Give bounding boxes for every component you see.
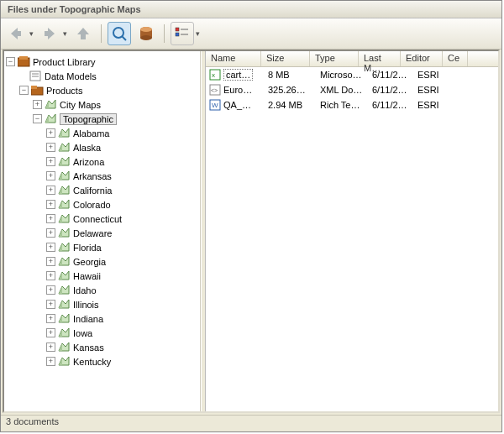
expand-icon[interactable]: +: [46, 200, 55, 209]
svg-point-5: [140, 27, 152, 32]
expand-icon[interactable]: +: [46, 243, 55, 252]
expand-icon[interactable]: +: [46, 342, 55, 352]
file-size: 2.94 MB: [268, 100, 320, 110]
expand-icon[interactable]: +: [46, 357, 55, 366]
expand-icon[interactable]: +: [46, 328, 55, 337]
view-mode-button[interactable]: ▾: [171, 22, 201, 45]
file-type: XML Do…: [320, 85, 372, 95]
tree-node-label: Arkansas: [73, 171, 112, 181]
svg-line-1: [122, 36, 126, 40]
file-last-modified: 6/11/2…: [372, 85, 417, 95]
tree-node[interactable]: −Product Library: [6, 55, 198, 69]
tree-node-label: Indiana: [73, 314, 103, 324]
collapse-icon[interactable]: −: [19, 86, 29, 95]
tree-node[interactable]: +Alaska: [6, 140, 198, 154]
file-editor: ESRI: [417, 70, 463, 80]
tree-node-label: Illinois: [73, 300, 99, 310]
tree-node-label: Products: [46, 86, 82, 96]
tree-node[interactable]: +City Maps: [6, 97, 198, 112]
collapse-icon[interactable]: −: [33, 114, 42, 123]
tree-node-label: Connecticut: [73, 214, 122, 224]
forward-dropdown-icon[interactable]: ▾: [61, 29, 68, 38]
expand-icon[interactable]: +: [46, 257, 55, 266]
search-button[interactable]: [108, 22, 131, 45]
tree-node[interactable]: +Colorado: [6, 197, 198, 212]
tree-node[interactable]: +California: [6, 183, 198, 197]
svg-text:<>: <>: [211, 87, 218, 93]
search-icon: [111, 25, 128, 42]
column-header[interactable]: Type: [310, 51, 359, 66]
up-button[interactable]: [71, 22, 95, 45]
svg-text:W: W: [212, 102, 218, 109]
file-name: QA_…: [223, 100, 251, 110]
view-mode-icon: [175, 26, 190, 41]
tree-node-label: Kansas: [73, 342, 104, 353]
tree-node[interactable]: +Arizona: [6, 154, 198, 169]
expand-icon[interactable]: +: [46, 228, 55, 238]
back-button[interactable]: ▾: [4, 22, 34, 45]
file-type: Rich Te…: [320, 100, 372, 110]
tree-node-label: Hawaii: [73, 271, 101, 281]
svg-rect-6: [176, 28, 179, 31]
file-row[interactable]: <>Euro…325.26…XML Do…6/11/2…ESRI: [206, 82, 498, 97]
file-row[interactable]: WQA_…2.94 MBRich Te…6/11/2…ESRI: [206, 97, 498, 112]
expand-icon[interactable]: +: [46, 214, 55, 223]
tree-node[interactable]: +Kansas: [6, 340, 198, 354]
tree-node-label: California: [73, 186, 112, 196]
view-mode-dropdown-icon[interactable]: ▾: [194, 29, 201, 38]
tree-node[interactable]: +Alabama: [6, 126, 198, 140]
expand-icon[interactable]: +: [33, 100, 42, 109]
tree-node[interactable]: +Georgia: [6, 254, 198, 269]
tree-node[interactable]: +Iowa: [6, 326, 198, 340]
expand-icon[interactable]: +: [46, 128, 55, 138]
collapse-icon[interactable]: −: [6, 57, 15, 66]
expand-icon[interactable]: +: [46, 143, 55, 152]
svg-point-4: [140, 35, 152, 40]
file-list-pane[interactable]: NameSizeTypeLast M…EditorCe xcart…8 MBMi…: [206, 51, 498, 411]
svg-text:x: x: [212, 71, 215, 79]
main-content: −Product LibraryData Models−Products+Cit…: [3, 50, 500, 413]
file-name: cart…: [223, 70, 253, 80]
tree-node-label: Delaware: [73, 228, 112, 238]
tree-node[interactable]: −Products: [6, 83, 198, 97]
tree-node-label: Kentucky: [73, 357, 111, 367]
file-last-modified: 6/11/2…: [372, 70, 417, 80]
file-size: 8 MB: [268, 70, 320, 80]
tree-node[interactable]: +Delaware: [6, 226, 198, 240]
tree-node[interactable]: +Kentucky: [6, 354, 198, 369]
tree-node-label: Florida: [73, 243, 102, 253]
tree-node[interactable]: −Topographic: [6, 112, 198, 126]
tree-node[interactable]: +Illinois: [6, 297, 198, 311]
back-dropdown-icon[interactable]: ▾: [28, 29, 34, 38]
column-header[interactable]: Last M…: [359, 51, 401, 66]
toolbar: ▾ ▾: [1, 18, 501, 50]
file-row[interactable]: xcart…8 MBMicroso…6/11/2…ESRI: [206, 67, 498, 82]
expand-icon[interactable]: +: [46, 186, 55, 195]
expander-blank: [19, 72, 27, 80]
tree-node-label: Idaho: [73, 285, 97, 295]
tree-node-label: Topographic: [60, 113, 117, 125]
expand-icon[interactable]: +: [46, 171, 55, 180]
column-header[interactable]: Ce: [443, 51, 468, 66]
tree-node[interactable]: +Hawaii: [6, 269, 198, 283]
tree-node[interactable]: Data Models: [6, 69, 198, 83]
forward-button[interactable]: ▾: [38, 22, 68, 45]
tree-node[interactable]: +Indiana: [6, 311, 198, 326]
expand-icon[interactable]: +: [46, 157, 55, 166]
expand-icon[interactable]: +: [46, 271, 55, 280]
column-header[interactable]: Size: [261, 51, 310, 66]
tree-node-label: Alabama: [73, 128, 109, 139]
database-button[interactable]: [134, 22, 158, 45]
tree-pane[interactable]: −Product LibraryData Models−Products+Cit…: [4, 51, 201, 411]
column-header[interactable]: Editor: [401, 51, 443, 66]
expand-icon[interactable]: +: [46, 314, 55, 323]
expand-icon[interactable]: +: [46, 285, 55, 295]
expand-icon[interactable]: +: [46, 300, 55, 309]
tree-node[interactable]: +Florida: [6, 240, 198, 254]
tree-node[interactable]: +Connecticut: [6, 212, 198, 226]
tree-node-label: Alaska: [73, 143, 101, 153]
tree-node[interactable]: +Idaho: [6, 283, 198, 297]
svg-rect-16: [31, 86, 37, 89]
tree-node[interactable]: +Arkansas: [6, 169, 198, 183]
column-header[interactable]: Name: [206, 51, 261, 66]
